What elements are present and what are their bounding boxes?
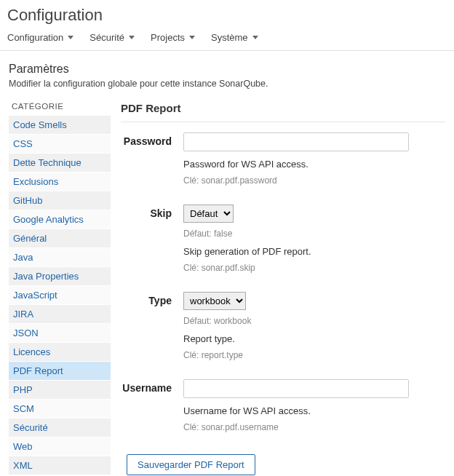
- sidebar-item[interactable]: Exclusions: [9, 172, 111, 191]
- field-type: Type workbook Défaut: workbook Report ty…: [121, 292, 445, 360]
- field-key: Clé: sonar.pdf.skip: [183, 263, 445, 273]
- sidebar-item[interactable]: PDF Report: [9, 361, 111, 380]
- sidebar-item[interactable]: JSON: [9, 323, 111, 342]
- sidebar-item[interactable]: XML: [9, 456, 111, 475]
- field-key: Clé: sonar.pdf.username: [183, 422, 445, 432]
- topnav-label: Système: [211, 32, 248, 43]
- subheader-title: Paramètres: [9, 63, 445, 76]
- sidebar-item[interactable]: Google Analytics: [9, 210, 111, 229]
- field-help: Report type.: [183, 333, 445, 344]
- sidebar-item[interactable]: Général: [9, 229, 111, 247]
- sidebar-item[interactable]: Code Smells: [9, 115, 111, 134]
- field-username: Username Username for WS API access. Clé…: [121, 379, 445, 432]
- field-key: Clé: sonar.pdf.password: [183, 175, 445, 186]
- chevron-down-icon: [189, 36, 195, 39]
- field-password: Password Password for WS API access. Clé…: [121, 132, 445, 186]
- sidebar-list: Code SmellsCSSDette TechniqueExclusionsG…: [9, 115, 111, 475]
- field-label: Password: [121, 132, 178, 147]
- sidebar-item[interactable]: PHP: [9, 380, 111, 399]
- page-title: Configuration: [0, 0, 454, 28]
- main: PDF Report Password Password for WS API …: [111, 98, 445, 475]
- topnav-item-projects[interactable]: Projects: [151, 32, 195, 43]
- field-help: Username for WS API access.: [183, 405, 445, 416]
- field-default: Défaut: workbook: [183, 316, 445, 326]
- sidebar-item[interactable]: JIRA: [9, 304, 111, 323]
- topnav-item-configuration[interactable]: Configuration: [7, 32, 73, 43]
- field-label: Type: [121, 292, 178, 306]
- field-body: Défaut Défaut: false Skip generation of …: [178, 205, 445, 273]
- chevron-down-icon: [68, 36, 73, 39]
- topnav: Configuration Sécurité Projects Système: [0, 28, 454, 51]
- sidebar-item[interactable]: Licences: [9, 342, 111, 361]
- section-title: PDF Report: [121, 98, 445, 122]
- content: CATÉGORIE Code SmellsCSSDette TechniqueE…: [0, 92, 454, 476]
- sidebar-title: CATÉGORIE: [9, 98, 111, 115]
- field-body: Password for WS API access. Clé: sonar.p…: [178, 132, 445, 186]
- skip-select[interactable]: Défaut: [183, 205, 234, 223]
- username-input[interactable]: [183, 379, 409, 398]
- field-key: Clé: report.type: [183, 350, 445, 360]
- topnav-label: Configuration: [7, 32, 63, 43]
- type-select[interactable]: workbook: [183, 292, 246, 310]
- password-input[interactable]: [183, 132, 409, 151]
- field-help: Password for WS API access.: [183, 159, 445, 170]
- chevron-down-icon: [252, 36, 258, 39]
- topnav-item-securite[interactable]: Sécurité: [89, 32, 135, 43]
- field-body: Username for WS API access. Clé: sonar.p…: [178, 379, 445, 432]
- sidebar-item[interactable]: Java: [9, 247, 111, 266]
- subheader-desc: Modifier la configuration globale pour c…: [9, 79, 445, 89]
- topnav-label: Sécurité: [89, 32, 124, 43]
- field-label: Skip: [121, 205, 178, 219]
- sidebar-item[interactable]: Sécurité: [9, 418, 111, 437]
- topnav-label: Projects: [151, 32, 185, 43]
- subheader: Paramètres Modifier la configuration glo…: [0, 51, 454, 92]
- save-button[interactable]: Sauvegarder PDF Report: [127, 454, 255, 475]
- sidebar-item[interactable]: GitHub: [9, 191, 111, 210]
- sidebar-item[interactable]: Java Properties: [9, 266, 111, 285]
- field-body: workbook Défaut: workbook Report type. C…: [178, 292, 445, 360]
- sidebar-item[interactable]: Web: [9, 437, 111, 456]
- sidebar-item[interactable]: CSS: [9, 134, 111, 153]
- sidebar-item[interactable]: JavaScript: [9, 285, 111, 304]
- field-skip: Skip Défaut Défaut: false Skip generatio…: [121, 205, 445, 273]
- topnav-item-systeme[interactable]: Système: [211, 32, 258, 43]
- sidebar-item[interactable]: SCM: [9, 399, 111, 418]
- field-default: Défaut: false: [183, 229, 445, 239]
- sidebar-item[interactable]: Dette Technique: [9, 153, 111, 172]
- field-help: Skip generation of PDF report.: [183, 246, 445, 257]
- field-label: Username: [121, 379, 178, 394]
- chevron-down-icon: [129, 36, 135, 39]
- sidebar: CATÉGORIE Code SmellsCSSDette TechniqueE…: [9, 98, 111, 475]
